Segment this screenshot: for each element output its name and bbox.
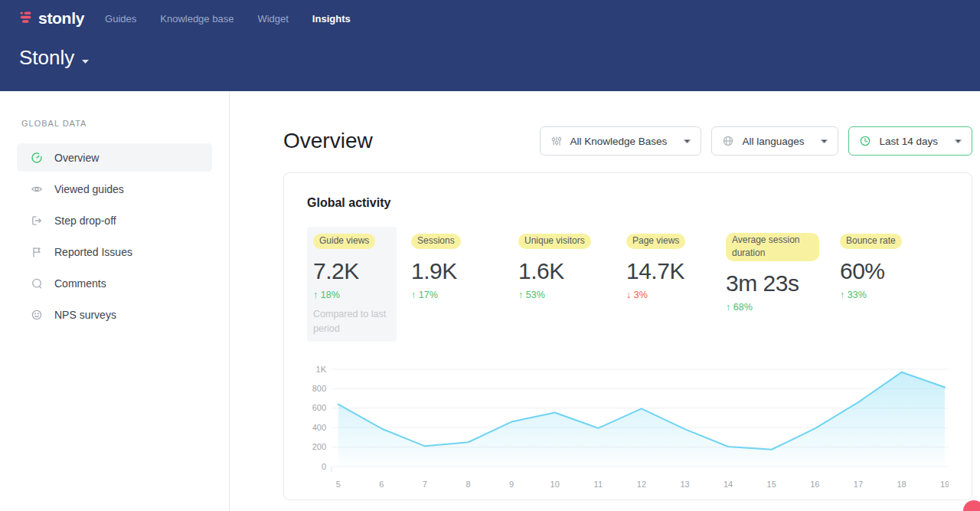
sidebar-item-overview[interactable]: Overview bbox=[17, 143, 212, 172]
chevron-down-icon bbox=[82, 53, 89, 67]
sliders-icon bbox=[550, 135, 563, 147]
sidebar-item-label: Reported Issues bbox=[54, 246, 132, 258]
global-activity-card: Global activity Guide views 7.2K ↑ 18% C… bbox=[283, 172, 972, 500]
date-range-dropdown[interactable]: Last 14 days bbox=[848, 126, 972, 156]
sidebar-item-label: Viewed guides bbox=[54, 183, 124, 195]
metric-delta: ↑ 18% bbox=[313, 290, 390, 300]
knowledge-bases-dropdown[interactable]: All Knowledge Bases bbox=[540, 126, 702, 156]
arrow-up-icon: ↑ bbox=[411, 290, 416, 300]
nav-item-widget[interactable]: Widget bbox=[257, 13, 288, 25]
metric-value: 7.2K bbox=[313, 258, 390, 284]
metric-note: Compared to last period bbox=[313, 307, 396, 336]
smiley-icon bbox=[31, 309, 43, 321]
svg-text:200: 200 bbox=[312, 442, 326, 451]
stonly-logo-icon bbox=[19, 10, 34, 28]
nav-item-guides[interactable]: Guides bbox=[105, 13, 136, 25]
logo-wordmark: stonly bbox=[38, 9, 84, 28]
sidebar-item-label: Step drop-off bbox=[54, 215, 116, 227]
global-activity-chart: 02004006008001K5678910111213141516171819 bbox=[307, 362, 949, 496]
sidebar: GLOBAL DATA Overview Viewed guides bbox=[0, 91, 230, 511]
metric-value: 1.9K bbox=[411, 258, 498, 284]
sidebar-item-comments[interactable]: Comments bbox=[17, 269, 212, 297]
metric-label: Average session duration bbox=[726, 233, 819, 261]
nav-item-knowledge-base[interactable]: Knowledge base bbox=[160, 13, 234, 25]
metric-label: Unique visitors bbox=[518, 234, 591, 249]
metric-label: Sessions bbox=[411, 234, 461, 249]
flag-icon bbox=[31, 246, 43, 258]
gauge-icon bbox=[31, 152, 43, 164]
workspace-switcher[interactable]: Stonly bbox=[0, 46, 980, 70]
svg-text:19: 19 bbox=[940, 480, 949, 489]
metric-unique-visitors[interactable]: Unique visitors 1.6K ↑ 53% bbox=[518, 233, 606, 336]
svg-text:9: 9 bbox=[509, 480, 514, 489]
svg-text:6: 6 bbox=[379, 480, 384, 489]
stonly-logo[interactable]: stonly bbox=[19, 9, 84, 28]
sidebar-item-step-drop-off[interactable]: Step drop-off bbox=[17, 206, 212, 234]
card-title: Global activity bbox=[307, 196, 949, 210]
clock-icon bbox=[859, 135, 871, 147]
metric-delta: ↑ 53% bbox=[518, 290, 606, 300]
sidebar-item-label: Comments bbox=[54, 277, 106, 290]
arrow-up-icon: ↑ bbox=[726, 302, 730, 313]
chevron-down-icon bbox=[955, 139, 962, 143]
sidebar-item-nps-surveys[interactable]: NPS surveys bbox=[17, 300, 212, 329]
arrow-up-icon: ↑ bbox=[840, 290, 844, 300]
svg-text:800: 800 bbox=[312, 384, 326, 393]
arrow-down-icon: ↓ bbox=[626, 290, 631, 300]
metric-delta: ↓ 3% bbox=[626, 290, 705, 300]
metric-delta: ↑ 17% bbox=[411, 290, 498, 300]
svg-text:12: 12 bbox=[637, 480, 646, 489]
sidebar-item-viewed-guides[interactable]: Viewed guides bbox=[17, 175, 212, 203]
top-nav: stonly Guides Knowledge base Widget Insi… bbox=[0, 0, 980, 29]
metric-value: 3m 23s bbox=[726, 270, 819, 296]
svg-text:8: 8 bbox=[466, 480, 470, 489]
svg-text:14: 14 bbox=[724, 480, 733, 489]
sidebar-item-reported-issues[interactable]: Reported Issues bbox=[17, 237, 212, 266]
metric-page-views[interactable]: Page views 14.7K ↓ 3% bbox=[626, 233, 705, 336]
date-range-dropdown-label: Last 14 days bbox=[879, 136, 938, 147]
filters-bar: All Knowledge Bases All languages bbox=[540, 126, 972, 156]
metric-bounce-rate[interactable]: Bounce rate 60% ↑ 33% bbox=[840, 233, 932, 336]
languages-dropdown[interactable]: All languages bbox=[711, 126, 838, 156]
languages-dropdown-label: All languages bbox=[742, 136, 804, 147]
metric-delta: ↑ 68% bbox=[726, 302, 819, 313]
metrics-row: Guide views 7.2K ↑ 18% Compared to last … bbox=[307, 233, 949, 336]
svg-text:13: 13 bbox=[680, 480, 689, 489]
svg-text:17: 17 bbox=[854, 480, 863, 489]
knowledge-bases-dropdown-label: All Knowledge Bases bbox=[570, 136, 668, 147]
svg-text:5: 5 bbox=[336, 480, 341, 489]
metric-value: 14.7K bbox=[626, 258, 705, 284]
top-header: stonly Guides Knowledge base Widget Insi… bbox=[0, 0, 980, 91]
metric-value: 1.6K bbox=[518, 258, 606, 284]
metric-label: Bounce rate bbox=[840, 234, 902, 249]
chevron-down-icon bbox=[821, 139, 828, 143]
sidebar-item-label: Overview bbox=[54, 152, 99, 164]
metric-avg-session-duration[interactable]: Average session duration 3m 23s ↑ 68% bbox=[726, 233, 819, 336]
eye-icon bbox=[31, 183, 43, 195]
metric-label: Guide views bbox=[313, 234, 375, 249]
svg-text:16: 16 bbox=[810, 480, 819, 489]
svg-text:11: 11 bbox=[594, 480, 603, 489]
svg-text:400: 400 bbox=[312, 423, 326, 432]
metric-value: 60% bbox=[840, 258, 932, 284]
svg-text:600: 600 bbox=[312, 404, 326, 413]
metric-guide-views[interactable]: Guide views 7.2K ↑ 18% Compared to last … bbox=[307, 227, 397, 342]
comment-icon bbox=[31, 277, 43, 290]
svg-text:7: 7 bbox=[423, 480, 427, 489]
main-content: Overview All Knowledge Bases bbox=[230, 91, 980, 511]
svg-text:18: 18 bbox=[897, 480, 906, 489]
metric-delta: ↑ 33% bbox=[840, 290, 932, 300]
nav-item-insights[interactable]: Insights bbox=[312, 13, 351, 25]
top-nav-items: Guides Knowledge base Widget Insights bbox=[105, 13, 351, 25]
chevron-down-icon bbox=[684, 139, 691, 143]
globe-icon bbox=[722, 135, 734, 147]
metric-sessions[interactable]: Sessions 1.9K ↑ 17% bbox=[411, 233, 498, 336]
page-title: Overview bbox=[283, 129, 373, 153]
svg-text:0: 0 bbox=[322, 462, 326, 471]
svg-text:1K: 1K bbox=[316, 365, 327, 374]
step-out-icon bbox=[31, 215, 43, 227]
metric-label: Page views bbox=[626, 234, 685, 249]
sidebar-item-label: NPS surveys bbox=[54, 309, 116, 321]
arrow-up-icon: ↑ bbox=[518, 290, 523, 300]
arrow-up-icon: ↑ bbox=[313, 290, 318, 300]
